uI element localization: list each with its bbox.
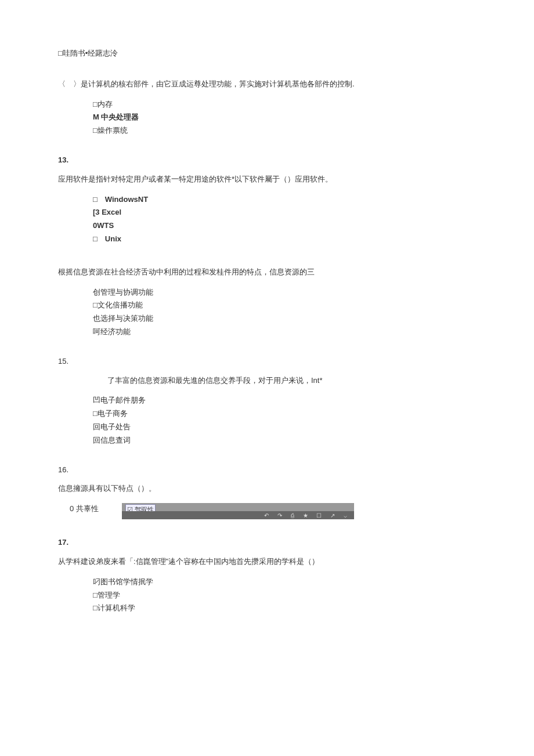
q14-opt-2[interactable]: □文化倍播功能	[93, 299, 476, 312]
q16-opt-1[interactable]: 0 共辜性	[70, 503, 122, 515]
question-13-number: 13.	[58, 154, 476, 167]
question-16-text: 信息擁源具有以下特点（）。	[58, 483, 476, 495]
q17-opt-3[interactable]: □计算机科学	[93, 602, 476, 614]
q12-opt-3[interactable]: □燥作票统	[93, 125, 476, 137]
question-14-text: 根摇信息资源在社合经济舌动中利用的过程和发桂件用的特点，信息资源的三	[58, 266, 476, 278]
question-13-text: 应用软件是指针对特定用户或者某一特定用途的软件*以下软件屬于（）应用软件。	[58, 173, 476, 186]
q15-opt-3[interactable]: 回电子处告	[93, 421, 476, 433]
question-15-text: 了丰富的信息资源和最先進的信息交养手段，对于用户来说，Int*	[107, 375, 476, 387]
q14-opt-1[interactable]: 创管理与协调功能	[93, 287, 476, 299]
embedded-toolbar-image: ☑ 驾驭性 ↶ ↷ ⎙ ★ ☐ ↗ ⌵	[122, 503, 354, 519]
question-17-number: 17.	[58, 537, 476, 549]
q13-opt-1[interactable]: □ WindowsNT	[93, 194, 476, 206]
question-17-text: 从学科建设弟廋来看「:信崑管理"逺个容称在中国内地首先攒采用的学科是（）	[58, 556, 476, 568]
toolbar-icons: ↶ ↷ ⎙ ★ ☐ ↗ ⌵	[122, 511, 354, 519]
question-16-number: 16.	[58, 464, 476, 476]
standalone-option: □哇隋书•经躇志泠	[58, 48, 476, 60]
q13-opt-3[interactable]: 0WTS	[93, 220, 476, 232]
q17-opt-2[interactable]: □管理学	[93, 589, 476, 602]
question-15-number: 15.	[58, 356, 476, 368]
q15-opt-4[interactable]: 回信息查词	[93, 435, 476, 447]
q15-opt-1[interactable]: 凹电子邮件朋务	[93, 395, 476, 407]
q12-opt-2[interactable]: M 中央处理器	[93, 111, 476, 124]
q15-opt-2[interactable]: □电子商务	[93, 408, 476, 420]
q13-opt-4[interactable]: □ Unix	[93, 233, 476, 245]
q12-opt-1[interactable]: □内存	[93, 99, 476, 111]
question-12-text: 〈 〉是计算机的核右部件，由它豆成运尊处理功能，筭实施对计算机基他各部件的控制.	[58, 78, 476, 91]
q17-opt-1[interactable]: 叼图书馆学情抿学	[93, 576, 476, 588]
q13-opt-2[interactable]: [3 Excel	[93, 207, 476, 219]
q14-opt-3[interactable]: 也选择与决策功能	[93, 313, 476, 325]
q14-opt-4[interactable]: 呵经济功能	[93, 326, 476, 338]
